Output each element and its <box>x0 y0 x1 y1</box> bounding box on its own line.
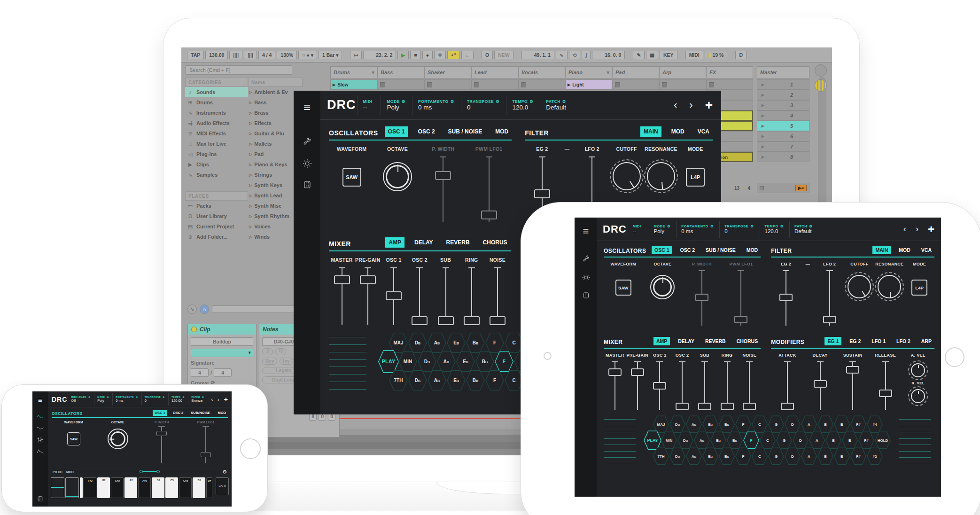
menu-icon[interactable]: ≡ <box>583 225 589 237</box>
browser-category[interactable]: ⇶ Audio Effects <box>185 118 248 128</box>
wrench-icon[interactable] <box>582 255 590 263</box>
envelope-slider[interactable] <box>812 361 828 410</box>
preview-icon[interactable]: ∿ <box>187 304 197 314</box>
mixer-slider[interactable] <box>741 361 757 410</box>
chord-pad[interactable]: Ab <box>427 369 447 391</box>
scene-row[interactable]: 6 <box>757 131 809 141</box>
toolbar-segment[interactable]: ⟲ <box>569 51 581 59</box>
track-header[interactable]: Shaker <box>424 66 471 78</box>
browser-category[interactable]: ∿ Samples <box>185 170 248 180</box>
scene-row[interactable]: 8 <box>757 152 809 162</box>
waveform-button[interactable]: SAW <box>342 168 361 187</box>
browser-place[interactable]: ⊕ Add Folder... <box>185 232 248 242</box>
mixer-tab[interactable]: AMP <box>653 337 670 345</box>
headphone-icon[interactable]: ∩ <box>200 304 209 314</box>
toolbar-segment[interactable]: ← <box>461 51 474 59</box>
toolbar-segment[interactable]: ∘° <box>447 51 460 59</box>
pitch-pad[interactable] <box>51 477 64 498</box>
pulse-width-slider[interactable] <box>156 426 168 463</box>
mixer-tab[interactable]: DELAY <box>675 337 697 345</box>
toolbar-segment[interactable]: ∿ <box>556 51 568 59</box>
resonance-knob[interactable] <box>878 275 901 298</box>
tablet-home-button[interactable] <box>945 347 964 367</box>
track-header[interactable]: Arp <box>659 66 706 78</box>
cutoff-knob[interactable] <box>613 162 641 190</box>
chord-pad[interactable]: G <box>768 447 785 466</box>
piano-key[interactable]: A#2 <box>138 477 151 498</box>
gear-icon[interactable]: ⚙ <box>710 224 714 228</box>
mixer-slider[interactable] <box>607 361 623 410</box>
toolbar-segment[interactable]: NEW <box>494 51 513 59</box>
filter-tab[interactable]: MAIN <box>640 126 661 137</box>
header-field[interactable]: MODE ⚙ Poly <box>649 221 676 238</box>
mod-pad[interactable] <box>65 477 79 498</box>
clip-slot[interactable] <box>377 79 424 90</box>
osc-tab[interactable]: OSC 2 <box>171 410 186 416</box>
osc-tab[interactable]: SUB/NOISE <box>189 410 212 416</box>
browser-category[interactable]: ⌸ Max for Live <box>185 139 248 149</box>
video-icon[interactable] <box>303 180 311 189</box>
mixer-tab[interactable]: CHORUS <box>480 237 511 248</box>
envelope-icon[interactable] <box>37 449 44 453</box>
filter-mode-button[interactable]: L4P <box>911 280 927 296</box>
filter-tab[interactable]: MOD <box>896 246 913 254</box>
track-header[interactable]: Vocals <box>518 66 565 78</box>
toolbar-segment[interactable]: ▮ 19 % <box>705 51 728 59</box>
strum-zone[interactable] <box>329 337 366 390</box>
clip-slot[interactable] <box>659 79 706 90</box>
header-field[interactable]: PORTAMENTO ⚙ 0 ms <box>112 393 140 406</box>
modifier-tab[interactable]: LFO 2 <box>894 337 913 345</box>
mixer-slider[interactable] <box>436 267 455 325</box>
piano-key[interactable]: G2 <box>97 477 110 498</box>
attack-velocity-knob[interactable] <box>911 363 925 377</box>
header-field[interactable]: PATCH ⚙ Default <box>540 95 572 115</box>
add-patch-button[interactable]: + <box>928 223 934 236</box>
gear-icon[interactable]: ⚙ <box>496 99 499 104</box>
toolbar-segment[interactable]: ∫ <box>582 51 591 59</box>
strum-zone[interactable] <box>604 419 636 464</box>
header-field[interactable]: TEMPO ⚙ 120.0 <box>506 95 539 115</box>
cutoff-knob[interactable] <box>848 275 871 298</box>
mixer-tab[interactable]: AMP <box>385 237 404 248</box>
osc-tab[interactable]: MOD <box>744 246 761 254</box>
mixer-slider[interactable] <box>410 267 429 325</box>
header-field[interactable]: MIDI -- <box>357 95 380 115</box>
prev-patch-button[interactable]: ‹ <box>674 99 677 111</box>
header-field[interactable]: MODE ⚙ Poly <box>94 393 112 406</box>
signature-numerator[interactable]: 4 <box>191 368 209 377</box>
clip-slot[interactable] <box>471 79 518 90</box>
scene-launch-button[interactable]: ▶≡ <box>795 185 807 191</box>
octave-knob[interactable] <box>383 162 412 191</box>
header-field[interactable]: TRANSPOSE ⚙ 0 <box>461 95 506 115</box>
header-field[interactable]: TRANSPOSE ⚙ 0 <box>719 221 758 238</box>
header-field[interactable]: TEMPO ⚙ 120.0 <box>760 221 788 238</box>
browser-category[interactable]: ▶ Clips <box>185 159 248 170</box>
header-field[interactable]: PORTAMENTO ⚙ 0 ms <box>676 221 718 238</box>
piano-key[interactable]: D3 <box>193 477 205 498</box>
track-header[interactable]: Bass <box>377 66 424 78</box>
toolbar-segment[interactable]: 49. 1. 1 <box>521 51 554 59</box>
modifier-tab[interactable]: LFO 1 <box>869 337 888 345</box>
video-icon[interactable] <box>583 292 590 299</box>
gear-icon[interactable]: ⚙ <box>402 99 405 104</box>
toolbar-segment[interactable]: ● <box>422 51 433 59</box>
browser-category[interactable]: ≣ MIDI Effects <box>185 128 248 139</box>
mixer-slider[interactable] <box>333 267 351 325</box>
mixer-slider[interactable] <box>674 361 690 410</box>
browser-place[interactable]: ▤ Current Project <box>185 221 248 232</box>
osc-tab[interactable]: MOD <box>492 126 512 137</box>
envelope-slider[interactable] <box>845 361 861 410</box>
modifier-tab[interactable]: EG 1 <box>824 337 841 345</box>
modifier-tab[interactable]: ARP <box>918 337 934 345</box>
osc-tab[interactable]: OSC 1 <box>385 126 408 137</box>
waveform-button[interactable]: SAW <box>67 432 80 445</box>
gear-icon[interactable]: ⚙ <box>809 224 812 228</box>
double-time-button[interactable]: *2 <box>275 348 286 355</box>
chord-pad[interactable]: A <box>801 447 817 466</box>
toolbar-segment[interactable]: 1 Bar ▾ <box>319 51 342 59</box>
menu-icon[interactable]: ≡ <box>303 100 311 115</box>
mixer-slider[interactable] <box>488 267 507 325</box>
chord-pad[interactable]: Bb <box>466 369 485 391</box>
browser-category[interactable]: ⊞ Drums <box>185 97 248 108</box>
gear-icon[interactable]: ⚙ <box>667 224 670 228</box>
